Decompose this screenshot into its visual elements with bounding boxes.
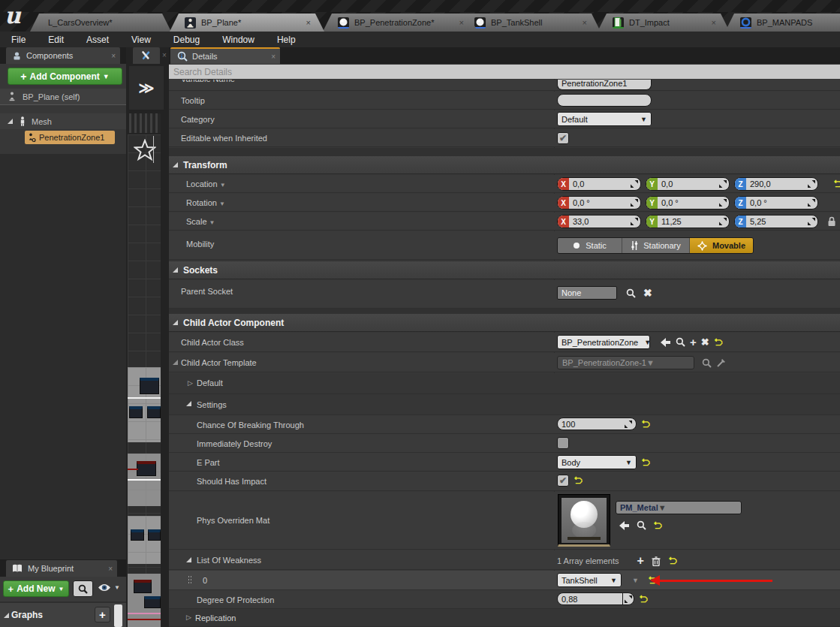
search-icon[interactable] bbox=[626, 288, 636, 298]
menu-window[interactable]: Window bbox=[211, 35, 266, 45]
spinbox-icon[interactable] bbox=[631, 218, 638, 225]
search-details-input[interactable]: Search Details bbox=[169, 65, 840, 79]
element-options-chevron-icon[interactable]: ▼ bbox=[632, 577, 639, 584]
revert-icon[interactable]: ⮌ bbox=[641, 421, 650, 428]
chance-field[interactable]: 100 bbox=[557, 417, 637, 430]
revert-icon[interactable]: ⮌ bbox=[641, 459, 650, 466]
lock-icon[interactable] bbox=[827, 216, 836, 227]
tab-bp-manpads[interactable]: BP_MANPADS bbox=[725, 14, 840, 32]
scale-x-field[interactable]: X 33,0 bbox=[557, 215, 641, 228]
clear-icon[interactable]: ✖ bbox=[701, 336, 709, 348]
eyedropper-icon[interactable] bbox=[716, 358, 726, 368]
add-graph-button[interactable]: + bbox=[95, 607, 110, 622]
spinbox-icon[interactable] bbox=[631, 199, 638, 206]
location-z-field[interactable]: Z 290,0 bbox=[734, 177, 818, 191]
spinbox-icon[interactable] bbox=[808, 199, 815, 206]
tooltip-field[interactable] bbox=[557, 94, 652, 107]
arrow-left-icon[interactable] bbox=[619, 521, 630, 530]
mobility-stationary-button[interactable]: Stationary bbox=[622, 238, 690, 253]
tab-l-carsoverview[interactable]: L_CarsOverview* bbox=[30, 14, 171, 32]
spinbox-icon[interactable] bbox=[631, 180, 638, 188]
search-button[interactable] bbox=[73, 580, 93, 597]
mobility-movable-button[interactable]: Movable bbox=[690, 238, 753, 253]
component-item-self[interactable]: BP_Plane (self) bbox=[0, 89, 126, 105]
tankshell-dropdown[interactable]: TankShell ▼ bbox=[557, 573, 622, 587]
editable-checkbox[interactable]: ✔ bbox=[557, 132, 569, 144]
scale-y-field[interactable]: Y 11,25 bbox=[646, 215, 730, 228]
grip-dots-icon[interactable] bbox=[188, 575, 191, 585]
rotation-z-field[interactable]: Z 0,0 ° bbox=[734, 196, 818, 210]
mobility-static-button[interactable]: Static bbox=[558, 238, 622, 253]
row-settings-group[interactable]: Settings bbox=[169, 394, 840, 415]
menu-asset[interactable]: Asset bbox=[75, 35, 120, 45]
immediately-destroy-checkbox[interactable]: ✔ bbox=[557, 437, 569, 449]
revert-icon[interactable]: ⮌ bbox=[574, 477, 583, 484]
expand-panel-button[interactable]: ≫ bbox=[129, 66, 164, 110]
spinbox-icon[interactable] bbox=[719, 218, 727, 225]
tab-toolbar[interactable] bbox=[133, 47, 160, 64]
close-icon[interactable]: × bbox=[459, 18, 464, 27]
spinbox-icon[interactable] bbox=[719, 180, 727, 188]
close-icon[interactable]: × bbox=[712, 18, 716, 27]
close-icon[interactable]: × bbox=[108, 565, 113, 573]
phys-mat-dropdown[interactable]: PM_Metal ▼ bbox=[616, 501, 742, 514]
spinbox-icon[interactable] bbox=[808, 218, 815, 225]
tab-bp-penetrationzone[interactable]: BP_PenetrationZone* × bbox=[323, 14, 477, 32]
plus-icon[interactable]: + bbox=[690, 336, 697, 348]
location-y-field[interactable]: Y 0,0 bbox=[646, 177, 730, 191]
menu-edit[interactable]: Edit bbox=[37, 35, 75, 45]
component-item-mesh[interactable]: Mesh bbox=[0, 113, 126, 129]
expanded-arrow-icon[interactable] bbox=[8, 119, 13, 124]
component-item-penetrationzone[interactable]: PenetrationZone1 bbox=[25, 131, 115, 144]
tab-bp-plane[interactable]: BP_Plane* × bbox=[170, 14, 324, 32]
category-dropdown[interactable]: Default ▼ bbox=[557, 112, 652, 126]
clear-icon[interactable]: ✖ bbox=[643, 287, 652, 299]
revert-icon[interactable]: ⮌ bbox=[668, 557, 677, 565]
degree-field[interactable]: 0,88 bbox=[557, 592, 634, 605]
expanded-arrow-icon[interactable] bbox=[173, 360, 178, 365]
material-thumbnail[interactable] bbox=[558, 494, 610, 547]
revert-icon[interactable]: ⮌ bbox=[833, 180, 840, 188]
e-part-dropdown[interactable]: Body ▼ bbox=[557, 455, 637, 469]
delete-icon[interactable] bbox=[652, 556, 661, 566]
row-replication-group[interactable]: ▷ Replication bbox=[169, 609, 840, 627]
menu-help[interactable]: Help bbox=[266, 35, 307, 45]
graphs-section-header[interactable]: Graphs + bbox=[0, 603, 126, 627]
spinbox-icon[interactable] bbox=[625, 421, 632, 428]
close-icon[interactable]: × bbox=[583, 18, 587, 27]
scrollbar-thumb[interactable] bbox=[114, 604, 122, 627]
scale-z-field[interactable]: Z 5,25 bbox=[734, 215, 818, 228]
arrow-left-icon[interactable] bbox=[661, 338, 671, 347]
row-list-of-weakness[interactable]: List Of Weakness 1 Array elements + ⮌ bbox=[169, 550, 840, 570]
spinbox-icon[interactable] bbox=[808, 180, 815, 188]
revert-icon[interactable]: ⮌ bbox=[653, 522, 662, 529]
revert-icon[interactable]: ⮌ bbox=[714, 339, 723, 346]
menu-debug[interactable]: Debug bbox=[162, 35, 211, 45]
search-icon[interactable] bbox=[637, 520, 646, 530]
child-actor-class-dropdown[interactable]: BP_PenetrationZone ▼ bbox=[557, 335, 650, 349]
row-default-group[interactable]: ▷ Default bbox=[169, 373, 840, 394]
variable-name-field[interactable]: PenetrationZone1 bbox=[557, 80, 652, 90]
close-icon[interactable]: × bbox=[162, 51, 167, 59]
parent-socket-field[interactable]: None bbox=[557, 286, 617, 300]
tab-components[interactable]: Components × bbox=[6, 47, 120, 64]
close-icon[interactable]: × bbox=[111, 52, 116, 60]
section-transform[interactable]: Transform bbox=[169, 156, 840, 174]
tab-my-blueprint[interactable]: My Blueprint × bbox=[6, 560, 117, 577]
tab-bp-tankshell[interactable]: BP_TankShell × bbox=[459, 14, 601, 32]
add-new-button[interactable]: + Add New ▼ bbox=[3, 580, 69, 597]
should-has-impact-checkbox[interactable]: ✔ bbox=[557, 475, 569, 487]
visibility-filter-button[interactable]: ▼ bbox=[98, 583, 120, 592]
location-x-field[interactable]: X 0,0 bbox=[557, 177, 641, 191]
tab-details[interactable]: Details × bbox=[170, 47, 280, 64]
revert-icon[interactable]: ⮌ bbox=[639, 595, 648, 603]
close-icon[interactable]: × bbox=[271, 53, 275, 61]
section-sockets[interactable]: Sockets bbox=[169, 261, 840, 279]
row-array-element-0[interactable]: 0 TankShell ▼ ▼ ⮌ bbox=[169, 571, 840, 590]
section-child-actor-component[interactable]: Child Actor Component bbox=[169, 314, 840, 332]
child-actor-template-dropdown[interactable]: BP_PenetrationZone-1 ▼ bbox=[557, 356, 694, 369]
menu-file[interactable]: File bbox=[0, 35, 37, 45]
spinbox-icon[interactable] bbox=[622, 593, 634, 604]
spinbox-icon[interactable] bbox=[719, 199, 727, 206]
tab-dt-impact[interactable]: DT_Impact × bbox=[598, 14, 730, 32]
